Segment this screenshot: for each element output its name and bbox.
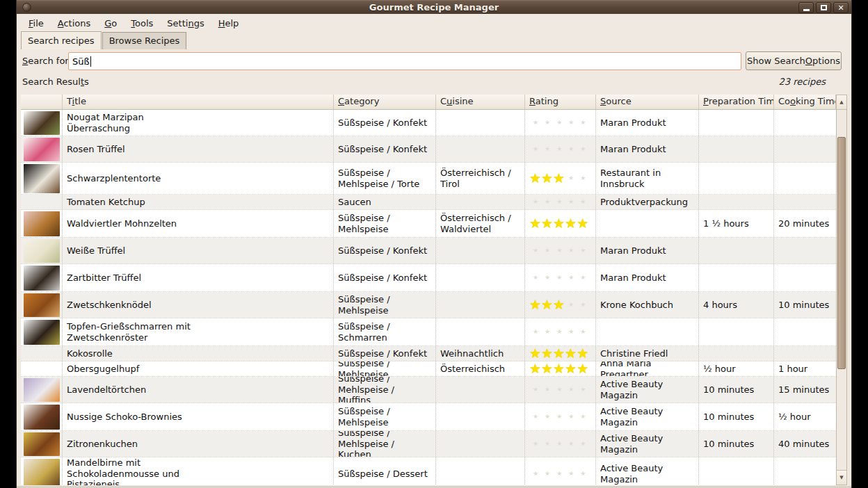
column-header-cooking-time[interactable]: Cooking Time	[774, 95, 836, 110]
search-input[interactable]: Süß	[68, 52, 741, 70]
recipe-row[interactable]: Waldviertler MohnzeltenSüßspeise / Mehls…	[21, 210, 836, 238]
recipe-photo	[24, 293, 60, 317]
cell-title: Nougat Marzipan Überraschung	[63, 110, 334, 136]
cell-category: Süßspeise / Mehlspeise	[334, 292, 436, 318]
cell-cuisine: Österreichisch / Waldviertel	[436, 210, 525, 237]
recipe-row[interactable]: Weiße TrüffelSüßspeise / Konfekt★★★★★Mar…	[21, 238, 836, 264]
recipe-row[interactable]: KokosrolleSüßspeise / KonfektWeihnachtli…	[21, 346, 836, 361]
search-input-value: Süß	[72, 56, 90, 67]
recipe-row[interactable]: Nougat Marzipan ÜberraschungSüßspeise / …	[21, 110, 836, 136]
recipe-row[interactable]: Nussige Schoko-BrowniesSüßspeise / Mehls…	[21, 403, 836, 431]
cell-rating: ★★★★★	[525, 136, 596, 162]
recipe-row[interactable]: SchwarzplententorteSüßspeise / Mehlspeis…	[21, 163, 836, 195]
cell-title: Waldviertler Mohnzelten	[63, 210, 334, 237]
star-rating-empty: ★★★★★	[533, 471, 592, 477]
recipe-row[interactable]: ZitronenkuchenSüßspeise / Mehlspeise / K…	[21, 431, 836, 457]
recipe-photo	[24, 266, 60, 291]
cell-category: Saucen	[334, 195, 436, 209]
maximize-icon	[821, 5, 827, 10]
cell-rating: ★★★★★	[525, 318, 596, 345]
cell-source: Maran Produkt	[596, 238, 699, 263]
cell-rating: ★★★★★	[525, 377, 596, 402]
menu-tools[interactable]: Tools	[124, 16, 159, 31]
recipe-photo	[24, 432, 60, 456]
vertical-scrollbar[interactable]: ▲ ▼	[836, 95, 847, 485]
cell-rating: ★★★★★	[525, 264, 596, 291]
cell-rating: ★★★★★	[525, 210, 596, 237]
menu-help[interactable]: Help	[212, 16, 246, 31]
cell-image	[21, 457, 63, 485]
column-header-rating[interactable]: Rating	[525, 95, 596, 110]
star-rating-filled: ★★★	[529, 172, 565, 185]
cell-cuisine: Österreichisch / Tirol	[436, 163, 525, 194]
titlebar[interactable]: Gourmet Recipe Manager ✕	[17, 0, 851, 14]
star-rating-filled: ★★★★★	[529, 217, 588, 230]
column-header-preparation-time[interactable]: Preparation Time	[699, 95, 774, 110]
cell-title: Schwarzplententorte	[63, 163, 334, 194]
recipe-row[interactable]: Tomaten KetchupSaucen★★★★★Produktverpack…	[21, 195, 836, 210]
close-button[interactable]: ✕	[833, 2, 849, 13]
minimize-button[interactable]	[798, 2, 814, 13]
cell-source: Produktverpackung	[596, 195, 699, 209]
star-rating-empty: ★★	[568, 175, 592, 181]
recipe-photo	[24, 405, 60, 430]
cell-cooking-time: 1 hour	[774, 361, 836, 376]
cell-title: Weiße Trüffel	[63, 238, 334, 263]
column-header-image[interactable]	[21, 95, 63, 110]
cell-preparation-time: 10 minutes	[699, 377, 774, 402]
cell-rating: ★★★★★	[525, 346, 596, 361]
recipe-row[interactable]: LavendeltörtchenSüßspeise / Mehlspeise /…	[21, 377, 836, 403]
recipe-row[interactable]: Zartbitter TrüffelSüßspeise / Konfekt★★★…	[21, 264, 836, 292]
scroll-down-button[interactable]: ▼	[837, 470, 846, 485]
cell-category: Süßspeise / Schmarren	[334, 318, 436, 345]
menu-go[interactable]: Go	[98, 16, 123, 31]
cell-category: Süßspeise / Konfekt	[334, 238, 436, 263]
column-header-cuisine[interactable]: Cuisine	[436, 95, 525, 110]
results-table: TitleCategoryCuisineRatingSourcePreparat…	[21, 95, 836, 485]
tab-search-recipes[interactable]: Search recipes	[21, 31, 102, 49]
cell-preparation-time	[699, 318, 774, 345]
cell-cuisine	[436, 110, 525, 136]
table-header: TitleCategoryCuisineRatingSourcePreparat…	[21, 95, 836, 110]
cell-preparation-time: 10 minutes	[699, 431, 774, 457]
menu-file[interactable]: File	[22, 16, 50, 31]
cell-source: Maran Produkt	[596, 110, 699, 136]
search-for-label: Search for	[22, 56, 69, 66]
menu-settings[interactable]: Settings	[161, 16, 210, 31]
cell-image	[21, 346, 63, 361]
scrollbar-thumb[interactable]	[837, 137, 846, 369]
cell-title: Nussige Schoko-Brownies	[63, 403, 334, 430]
cell-cuisine	[436, 195, 525, 209]
cell-preparation-time	[699, 110, 774, 136]
cell-cooking-time	[774, 163, 836, 194]
recipe-row[interactable]: Rosen TrüffelSüßspeise / Konfekt★★★★★Mar…	[21, 136, 836, 163]
recipe-row[interactable]: ZwetschkenknödelSüßspeise / Mehlspeise★★…	[21, 292, 836, 318]
maximize-button[interactable]	[816, 2, 831, 13]
cell-category: Süßspeise / Mehlspeise / Kuchen	[334, 431, 436, 457]
recipe-photo	[24, 211, 60, 236]
star-rating-empty: ★★★★★	[533, 387, 592, 393]
show-search-options-button[interactable]: Show Search Options	[746, 51, 842, 70]
recipe-row[interactable]: Mandelbirne mit Schokoladenmousse und Pi…	[21, 457, 836, 485]
recipe-row[interactable]: Topfen-Grießschmarren mit Zwetschkenröst…	[21, 318, 836, 346]
cell-category: Süßspeise / Konfekt	[334, 136, 436, 162]
cell-preparation-time: 10 minutes	[699, 403, 774, 430]
cell-cuisine	[436, 431, 525, 457]
recipe-row[interactable]: ObersgugelhupfSüßspeise / MehlspeiseÖste…	[21, 361, 836, 377]
column-header-category[interactable]: Category	[334, 95, 436, 110]
cell-preparation-time	[699, 346, 774, 361]
cell-category: Süßspeise / Dessert	[334, 457, 436, 485]
column-header-title[interactable]: Title	[63, 95, 334, 110]
tab-browse-recipes[interactable]: Browse Recipes	[102, 32, 187, 49]
cell-cooking-time: 20 minutes	[774, 210, 836, 237]
star-rating-empty: ★★★★★	[533, 329, 592, 335]
star-rating-empty: ★★★★★	[533, 441, 592, 447]
app-window: Gourmet Recipe Manager ✕ FileActionsGoTo…	[17, 0, 851, 488]
cell-title: Zartbitter Trüffel	[63, 264, 334, 291]
column-header-source[interactable]: Source	[596, 95, 699, 110]
cell-cuisine	[436, 377, 525, 402]
cell-cooking-time	[774, 195, 836, 209]
scroll-up-button[interactable]: ▲	[837, 95, 846, 110]
menu-actions[interactable]: Actions	[51, 16, 97, 31]
star-rating-empty: ★★★★★	[533, 120, 592, 126]
